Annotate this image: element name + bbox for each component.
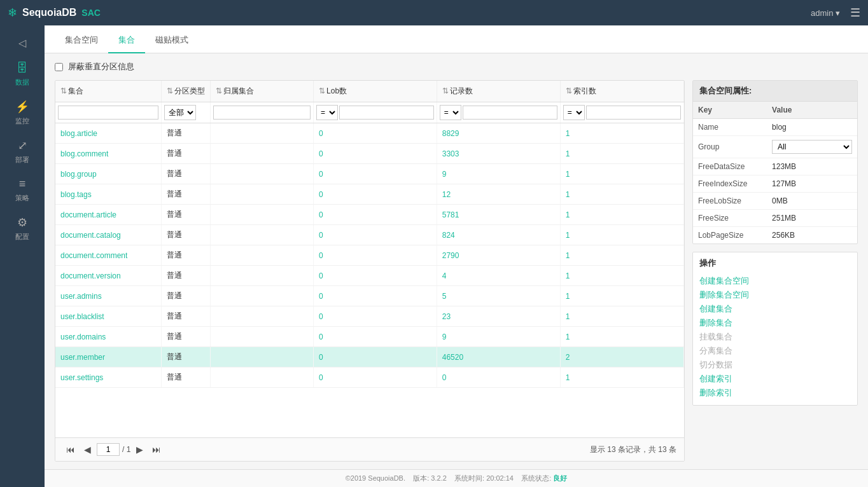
logo-snowflake-icon: ❄	[8, 6, 17, 20]
sidebar-item-monitor[interactable]: ⚡ 监控	[0, 93, 45, 132]
table-row[interactable]: blog.comment普通033031	[55, 144, 684, 164]
sidebar-item-config[interactable]: ⚙ 配置	[0, 209, 45, 248]
group-select[interactable]: All	[772, 140, 852, 154]
filter-index-eq-select[interactable]: =><	[563, 105, 585, 120]
hide-vertical-partition-checkbox[interactable]	[55, 63, 63, 71]
table-row[interactable]: document.article普通057811	[55, 205, 684, 225]
table-row[interactable]: user.member普通0465202	[55, 347, 684, 367]
cell-collection: user.member	[55, 347, 161, 367]
collection-link[interactable]: blog.comment	[60, 149, 108, 158]
filter-collection-input[interactable]	[58, 106, 158, 120]
hamburger-menu-icon[interactable]: ☰	[850, 6, 860, 20]
filter-index-input[interactable]	[586, 106, 681, 120]
table-row[interactable]: user.domains普通091	[55, 327, 684, 347]
table-row[interactable]: user.settings普通001	[55, 367, 684, 388]
cell-4: 1	[560, 205, 683, 225]
collection-link[interactable]: document.version	[60, 271, 121, 280]
th-record-count[interactable]: ⇅记录数	[437, 81, 560, 102]
table-row[interactable]: document.comment普通027901	[55, 245, 684, 266]
filter-record-input[interactable]	[463, 106, 557, 120]
mount-collection-link: 挂载集合	[699, 330, 851, 344]
cell-1	[210, 266, 313, 286]
delete-collection-link[interactable]: 删除集合	[699, 316, 851, 330]
cell-1	[210, 347, 313, 367]
content-body: 屏蔽垂直分区信息 ⇅集合 ⇅分区类型 ⇅归属集合 ⇅Lob数	[45, 53, 868, 469]
cell-collection: document.version	[55, 266, 161, 286]
th-collection[interactable]: ⇅集合	[55, 81, 161, 102]
prop-key: Name	[693, 119, 767, 136]
next-page-button[interactable]: ▶	[133, 443, 146, 456]
sidebar-toggle-button[interactable]: ◁	[0, 31, 45, 55]
table-row[interactable]: user.blacklist普通0231	[55, 306, 684, 327]
cell-4: 1	[560, 144, 683, 164]
cell-1	[210, 144, 313, 164]
tab-lob-mode[interactable]: 磁贴模式	[145, 28, 199, 53]
filter-lob-input[interactable]	[339, 106, 434, 120]
config-icon: ⚙	[17, 216, 27, 230]
footer-copyright: ©2019 SequoiaDB.	[346, 474, 405, 482]
th-parent-collection[interactable]: ⇅归属集合	[210, 81, 313, 102]
table-row[interactable]: document.version普通041	[55, 266, 684, 286]
th-lob-count[interactable]: ⇅Lob数	[314, 81, 437, 102]
collection-link[interactable]: user.domains	[60, 333, 106, 341]
collection-link[interactable]: document.comment	[60, 251, 127, 260]
create-collection-link[interactable]: 创建集合	[699, 302, 851, 316]
sidebar-item-policy[interactable]: ≡ 策略	[0, 171, 45, 209]
collection-link[interactable]: blog.tags	[60, 190, 92, 199]
cell-collection: document.catalog	[55, 225, 161, 245]
filter-record-eq-select[interactable]: =><	[440, 105, 461, 120]
table-row[interactable]: user.admins普通051	[55, 286, 684, 306]
create-collection-space-link[interactable]: 创建集合空间	[699, 274, 851, 288]
filter-parent-input[interactable]	[213, 106, 311, 120]
prop-value[interactable]: All	[767, 136, 857, 158]
props-body: NameblogGroupAllFreeDataSize123MBFreeInd…	[693, 119, 857, 244]
properties-section: 集合空间属性: Key Value NameblogGroupAllFreeDa…	[692, 80, 858, 244]
admin-menu[interactable]: admin ▾	[811, 8, 840, 18]
cell-3: 4	[437, 266, 560, 286]
table-wrapper: ⇅集合 ⇅分区类型 ⇅归属集合 ⇅Lob数 ⇅记录数 ⇅索引数	[55, 81, 684, 437]
cell-2: 0	[314, 144, 437, 164]
filter-partition-select[interactable]: 全部 普通 范围 散列	[164, 105, 196, 120]
header-left: ❄ SequoiaDB SAC	[8, 6, 101, 20]
th-index-count[interactable]: ⇅索引数	[560, 81, 683, 102]
first-page-button[interactable]: ⏮	[63, 443, 78, 456]
prop-value: 0MB	[767, 193, 857, 210]
cell-1	[210, 367, 313, 388]
collection-link[interactable]: user.member	[60, 353, 105, 362]
cell-0: 普通	[161, 367, 210, 388]
content-area: 集合空间 集合 磁贴模式 屏蔽垂直分区信息 ⇅集合	[45, 25, 868, 487]
collection-link[interactable]: blog.article	[60, 129, 97, 138]
current-page-input[interactable]	[97, 443, 120, 456]
cell-1	[210, 245, 313, 266]
collection-link[interactable]: document.article	[60, 210, 116, 219]
deploy-icon: ⤢	[18, 139, 27, 153]
collection-link[interactable]: user.blacklist	[60, 312, 104, 321]
tab-collection[interactable]: 集合	[108, 28, 145, 53]
prev-page-button[interactable]: ◀	[81, 443, 94, 456]
sidebar-item-data[interactable]: 🗄 数据	[0, 55, 45, 93]
table-row[interactable]: blog.article普通088291	[55, 123, 684, 144]
collection-link[interactable]: user.settings	[60, 373, 103, 382]
create-index-link[interactable]: 创建索引	[699, 372, 851, 386]
sidebar-item-deploy[interactable]: ⤢ 部署	[0, 132, 45, 171]
prop-key: FreeLobSize	[693, 193, 767, 210]
table-row[interactable]: document.catalog普通08241	[55, 225, 684, 245]
collection-link[interactable]: blog.group	[60, 170, 97, 179]
tab-collection-space[interactable]: 集合空间	[55, 28, 108, 53]
th-partition-type[interactable]: ⇅分区类型	[161, 81, 210, 102]
table-row[interactable]: blog.tags普通0121	[55, 184, 684, 205]
props-row: GroupAll	[693, 136, 857, 158]
cell-2: 0	[314, 164, 437, 184]
prop-value: 256KB	[767, 227, 857, 244]
collection-link[interactable]: user.admins	[60, 292, 102, 301]
delete-collection-space-link[interactable]: 删除集合空间	[699, 288, 851, 302]
collection-link[interactable]: document.catalog	[60, 231, 121, 240]
cell-2: 0	[314, 123, 437, 144]
cell-1	[210, 184, 313, 205]
delete-index-link[interactable]: 删除索引	[699, 386, 851, 400]
prop-value: 251MB	[767, 210, 857, 227]
filter-lob-eq-select[interactable]: =><	[316, 105, 338, 120]
last-page-button[interactable]: ⏭	[149, 443, 164, 456]
cell-3: 8829	[437, 123, 560, 144]
table-row[interactable]: blog.group普通091	[55, 164, 684, 184]
